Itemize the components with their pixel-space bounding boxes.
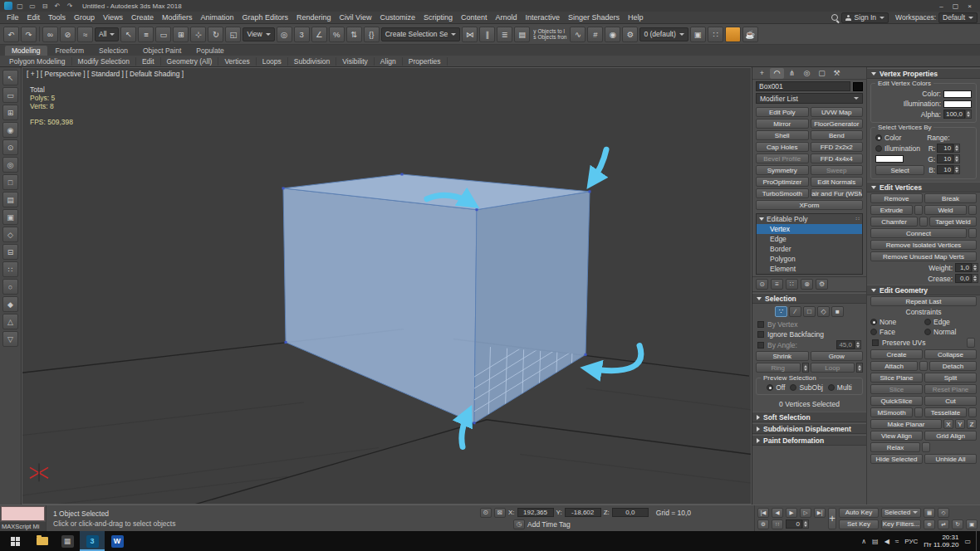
spinner-arrows[interactable] [972, 274, 978, 283]
preview-off-radio[interactable]: Off [767, 383, 785, 392]
auto-key-button[interactable]: Auto Key [839, 508, 879, 518]
modifier-button-edit-poly[interactable]: Edit Poly [756, 107, 809, 117]
range-g-spinner[interactable]: 10 [937, 154, 960, 163]
stack-item-border[interactable]: Border [757, 244, 862, 254]
modifier-button-floorgenerator[interactable]: FloorGenerator [811, 119, 864, 129]
start-button[interactable] [0, 531, 30, 551]
msmooth-button[interactable]: MSmooth [870, 407, 913, 417]
left-toolbar-icon[interactable]: ▤ [2, 192, 18, 207]
rollout-edit-geometry[interactable]: Edit Geometry [867, 285, 980, 295]
preserve-uvs-checkbox[interactable]: Preserve UVs [867, 337, 980, 349]
tab-modeling[interactable]: Modeling [5, 46, 47, 56]
vertex-mode-icon[interactable]: ∵ [775, 306, 787, 317]
time-configuration-icon[interactable]: ⚙ [757, 519, 769, 529]
tab-populate[interactable]: Populate [189, 46, 231, 56]
curve-editor-icon[interactable]: ∿ [570, 27, 586, 42]
weld-button[interactable]: Weld [924, 205, 967, 215]
extrude-settings-button[interactable] [914, 205, 923, 215]
border-mode-icon[interactable]: □ [803, 306, 816, 317]
rollout-subdivision-displacement[interactable]: Subdivision Displacement [752, 423, 866, 434]
select-by-illumination-radio[interactable]: Illumination [875, 144, 924, 153]
ribbon-panel-vertices[interactable]: Vertices [218, 57, 256, 66]
msmooth-settings-button[interactable] [914, 407, 923, 417]
unhide-all-button[interactable]: Unhide All [924, 454, 977, 464]
constraint-normal-radio[interactable]: Normal [924, 328, 977, 336]
taskbar-clock[interactable]: 20:31 Пт 11.09.20 [924, 534, 958, 549]
menu-group[interactable]: Group [70, 13, 99, 22]
planar-z-button[interactable]: Z [967, 419, 977, 429]
view-align-button[interactable]: View Align [870, 431, 923, 441]
go-to-start-button[interactable]: |◀ [757, 508, 769, 518]
tray-app-icon[interactable]: ▤ [872, 538, 879, 545]
network-icon[interactable]: ≈ [895, 538, 899, 545]
create-selection-set-dropdown[interactable]: Create Selection Se [381, 27, 461, 41]
grow-button[interactable]: Grow [811, 351, 864, 361]
ring-spinner[interactable] [802, 363, 809, 373]
selection-lock-icon[interactable]: ⊠ [494, 508, 506, 518]
rollout-soft-selection[interactable]: Soft Selection [752, 412, 866, 422]
tab-create-icon[interactable]: + [755, 68, 769, 79]
expand-triangle-icon[interactable] [759, 217, 764, 221]
weld-settings-button[interactable] [968, 205, 977, 215]
select-color-swatch[interactable] [875, 155, 904, 163]
redo-icon[interactable]: ↷ [21, 27, 37, 42]
set-key-button[interactable]: Set Key [839, 519, 879, 529]
repeat-last-button[interactable]: Repeat Last [870, 296, 977, 306]
menu-file[interactable]: File [2, 13, 23, 22]
remove-isolated-vertices-button[interactable]: Remove Isolated Vertices [870, 240, 977, 250]
current-frame-spinner[interactable]: 0 [786, 519, 809, 529]
maxscript-mini-listener[interactable]: MAXScript Mi [0, 505, 47, 531]
ribbon-panel-polygon-modeling[interactable]: Polygon Modeling [3, 57, 72, 66]
toolbar-truncated-buttons[interactable]: y Objects to l s Objects fron [532, 28, 568, 40]
menu-animation[interactable]: Animation [196, 13, 238, 22]
modifier-button-turbosmooth[interactable]: TurboSmooth [756, 188, 809, 198]
split-button[interactable]: Split [924, 373, 977, 383]
named-set-dropdown[interactable]: 0 (default) [639, 27, 688, 41]
viewport-canvas[interactable] [22, 67, 752, 505]
weight-spinner[interactable]: 1,0 [955, 263, 978, 272]
menu-singer-shaders[interactable]: Singer Shaders [564, 13, 624, 22]
viewport-grid-toggle-icon[interactable]: ▦ [924, 508, 935, 518]
spinner-arrows[interactable] [972, 263, 978, 272]
orbit-icon[interactable]: ↻ [952, 519, 963, 529]
ribbon-panel-geometry-all[interactable]: Geometry (All) [161, 57, 219, 66]
ribbon-panel-align[interactable]: Align [375, 57, 403, 66]
rendered-frame-window-icon[interactable]: ▣ [690, 27, 706, 42]
snap-toggle-3d-icon[interactable]: 3 [294, 27, 310, 42]
break-button[interactable]: Break [924, 193, 977, 203]
render-setup-icon[interactable]: ⚙ [622, 27, 638, 42]
key-filters-button[interactable]: Key Filters... [881, 519, 921, 529]
relax-button[interactable]: Relax [870, 442, 920, 452]
left-toolbar-icon[interactable]: ▽ [2, 331, 18, 347]
tab-freeform[interactable]: Freeform [49, 46, 91, 56]
loop-spinner[interactable] [856, 363, 863, 373]
undo-icon[interactable]: ↶ [3, 27, 19, 42]
file-explorer-icon[interactable] [30, 531, 55, 551]
create-button[interactable]: Create [870, 349, 923, 359]
stack-item-editable-poly[interactable]: Editable Poly ∷ [757, 214, 862, 224]
percent-snap-icon[interactable]: % [329, 27, 345, 42]
previous-frame-button[interactable]: ◀ [772, 508, 783, 518]
spinner-arrows[interactable] [965, 110, 972, 119]
element-mode-icon[interactable]: ■ [831, 306, 844, 317]
left-toolbar-icon[interactable]: ◇ [2, 227, 18, 242]
toolbar-overflow-icon[interactable]: ∷ [708, 27, 723, 42]
left-toolbar-icon[interactable]: △ [2, 314, 18, 329]
a360-icon[interactable] [725, 27, 741, 42]
use-pivot-center-icon[interactable]: ◎ [277, 27, 292, 42]
modifier-button-bend[interactable]: Bend [811, 130, 864, 140]
menu-customize[interactable]: Customize [375, 13, 419, 22]
z-coordinate-field[interactable]: 0,0 [612, 508, 649, 517]
new-file-icon[interactable]: ▢ [15, 2, 25, 11]
attach-settings-button[interactable] [919, 361, 928, 371]
stack-item-vertex[interactable]: Vertex [757, 224, 862, 234]
menu-civil-view[interactable]: Civil View [336, 13, 376, 22]
modifier-button-xform[interactable]: XForm [756, 200, 863, 210]
grid-align-button[interactable]: Grid Align [924, 431, 977, 441]
rollout-paint-deformation[interactable]: Paint Deformation [752, 435, 866, 446]
material-editor-icon[interactable]: ◉ [605, 27, 620, 42]
menu-modifiers[interactable]: Modifiers [158, 13, 197, 22]
named-selection-sets-icon[interactable]: {} [364, 27, 380, 42]
select-by-name-icon[interactable]: ≡ [138, 27, 154, 42]
menu-views[interactable]: Views [99, 13, 127, 22]
